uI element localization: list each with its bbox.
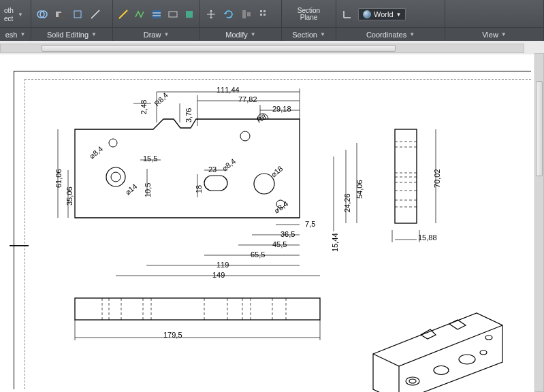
panel-label-coords[interactable]: Coordinates ▼ bbox=[336, 27, 445, 41]
dim-15-5: 15,5 bbox=[143, 154, 157, 163]
chevron-down-icon: ▼ bbox=[501, 28, 507, 42]
panel-label-draw[interactable]: Draw ▼ bbox=[113, 27, 199, 41]
polyline-icon[interactable] bbox=[133, 7, 146, 21]
dim-15-44: 15,44 bbox=[331, 233, 339, 252]
intersect-icon[interactable] bbox=[71, 7, 84, 21]
dim-18: 18 bbox=[195, 185, 203, 193]
scrollbar-thumb-v[interactable] bbox=[536, 81, 543, 176]
svg-rect-7 bbox=[186, 11, 193, 18]
chevron-down-icon: ▼ bbox=[320, 28, 325, 42]
svg-rect-11 bbox=[263, 10, 266, 12]
svg-point-43 bbox=[409, 379, 416, 383]
dim-149: 149 bbox=[212, 271, 225, 279]
union-icon[interactable] bbox=[35, 7, 49, 21]
panel-label-mesh[interactable]: esh ▼ bbox=[0, 27, 31, 41]
ribbon: oth ect ▼ esh ▼ Solid Editing bbox=[0, 0, 544, 41]
panel-draw: Draw ▼ bbox=[113, 0, 200, 41]
modify-label-text: Modify bbox=[225, 28, 247, 42]
panel-label-section[interactable]: Section ▼ bbox=[282, 27, 336, 41]
svg-point-45 bbox=[459, 355, 475, 364]
dim-29-18: 29,18 bbox=[272, 105, 291, 113]
dim-65-5: 65,5 bbox=[251, 250, 265, 259]
svg-rect-13 bbox=[263, 14, 266, 16]
coord-system-select[interactable]: World ▼ bbox=[358, 8, 406, 20]
panel-modify: Modify ▼ bbox=[200, 0, 282, 41]
svg-rect-21 bbox=[395, 129, 417, 223]
chevron-down-icon: ▼ bbox=[396, 12, 402, 18]
panel-section: Section Plane Section ▼ bbox=[282, 0, 336, 41]
svg-point-44 bbox=[434, 366, 449, 375]
slice-icon[interactable] bbox=[89, 7, 102, 21]
rotate-icon[interactable] bbox=[222, 7, 236, 21]
svg-rect-4 bbox=[74, 11, 81, 18]
dim-36-5: 36,5 bbox=[281, 230, 295, 238]
dim-10-5: 10,5 bbox=[144, 183, 152, 197]
svg-rect-10 bbox=[260, 10, 262, 12]
panel-coordinates: World ▼ Coordinates ▼ bbox=[336, 0, 445, 41]
dim-35-06: 35,06 bbox=[65, 186, 74, 206]
line-icon[interactable] bbox=[117, 7, 129, 21]
move-icon[interactable] bbox=[204, 7, 218, 21]
chevron-down-icon: ▼ bbox=[409, 28, 415, 42]
scrollbar-horizontal[interactable] bbox=[0, 44, 524, 53]
hatch-icon[interactable] bbox=[150, 7, 162, 21]
coord-world-text: World bbox=[374, 10, 394, 18]
svg-point-16 bbox=[109, 139, 117, 147]
panel-label-modify[interactable]: Modify ▼ bbox=[200, 27, 281, 41]
svg-point-47 bbox=[485, 336, 492, 340]
rect-icon[interactable] bbox=[167, 7, 179, 21]
dim-15-88: 15,88 bbox=[418, 233, 437, 242]
scrollbar-thumb-h[interactable] bbox=[42, 45, 396, 52]
section-label-2: Plane bbox=[298, 14, 320, 21]
panel-solid-editing: Solid Editing ▼ bbox=[31, 0, 113, 41]
dim-7-5: 7,5 bbox=[305, 220, 315, 228]
modify-icons-row bbox=[200, 0, 281, 27]
dim-2-48: 2,48 bbox=[140, 100, 148, 114]
scrollbar-vertical[interactable] bbox=[534, 53, 544, 392]
array-icon[interactable] bbox=[257, 7, 271, 21]
solid-label-text: Solid Editing bbox=[47, 28, 89, 42]
dim-70-02: 70,02 bbox=[433, 169, 441, 188]
section-plane-button[interactable]: Section Plane bbox=[298, 7, 320, 21]
svg-rect-8 bbox=[242, 10, 246, 18]
mesh-trunc-1: oth bbox=[4, 7, 14, 14]
svg-rect-3 bbox=[59, 13, 64, 18]
svg-rect-5 bbox=[153, 10, 161, 18]
globe-icon bbox=[363, 10, 371, 18]
chevron-down-icon: ▼ bbox=[20, 28, 25, 42]
panel-label-view[interactable]: View ▼ bbox=[445, 27, 543, 41]
view-label-text: View bbox=[482, 28, 498, 42]
svg-rect-12 bbox=[260, 14, 262, 16]
mesh-drop-icon[interactable]: ▼ bbox=[18, 12, 23, 18]
dim-111-44: 111,44 bbox=[217, 86, 240, 94]
panel-mesh: oth ect ▼ esh ▼ bbox=[0, 0, 31, 41]
svg-point-15 bbox=[111, 172, 121, 182]
drawing-canvas[interactable]: 111,44 77,82 29,18 2,48 3,76 R8 R8,4 ⌀8,… bbox=[0, 54, 534, 392]
chevron-down-icon: ▼ bbox=[251, 28, 256, 42]
ucs-icon[interactable] bbox=[340, 7, 354, 21]
coords-label-text: Coordinates bbox=[366, 28, 406, 42]
svg-point-18 bbox=[240, 131, 250, 141]
svg-rect-6 bbox=[169, 12, 177, 17]
svg-rect-17 bbox=[204, 176, 227, 191]
mesh-label-text: esh bbox=[5, 28, 18, 42]
subtract-icon[interactable] bbox=[53, 7, 67, 21]
panel-label-solid[interactable]: Solid Editing ▼ bbox=[31, 27, 112, 41]
draw-icons-row bbox=[113, 0, 199, 27]
dim-3-76: 3,76 bbox=[185, 108, 193, 122]
dim-77-82: 77,82 bbox=[238, 95, 257, 103]
drawing-svg bbox=[0, 54, 534, 392]
dim-54-06: 54,06 bbox=[355, 180, 364, 199]
dim-61-06: 61,06 bbox=[54, 169, 63, 188]
svg-rect-9 bbox=[247, 12, 251, 16]
region-icon[interactable] bbox=[183, 7, 195, 21]
dim-24-26: 24,26 bbox=[343, 193, 351, 212]
draw-label-text: Draw bbox=[144, 28, 161, 42]
dim-23: 23 bbox=[208, 165, 217, 174]
svg-rect-30 bbox=[75, 298, 320, 320]
dim-179-5: 179,5 bbox=[163, 331, 182, 339]
svg-point-19 bbox=[254, 174, 274, 194]
svg-point-46 bbox=[480, 350, 487, 355]
align-icon[interactable] bbox=[240, 7, 253, 21]
panel-view: View ▼ bbox=[445, 0, 544, 41]
